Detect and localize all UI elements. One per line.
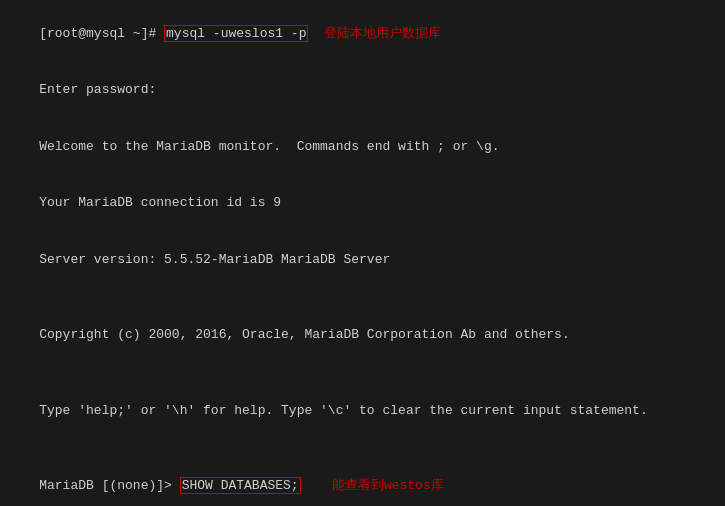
text-9: Type 'help;' or '\h' for help. Type '\c'… [39,403,648,418]
line-2: Enter password: [8,63,717,120]
annotation-1: 登陆本地用户数据库 [324,26,441,41]
annotation-2: 能查看到westos库 [332,478,444,493]
text-3: Welcome to the MariaDB monitor. Commands… [39,139,499,154]
line-blank-3 [8,439,717,458]
line-blank-1 [8,289,717,308]
line-9: Type 'help;' or '\h' for help. Type '\c'… [8,383,717,440]
text-5: Server version: 5.5.52-MariaDB MariaDB S… [39,252,390,267]
db-command-1: SHOW DATABASES; [180,477,301,494]
terminal: [root@mysql ~]# mysql -uweslos1 -p 登陆本地用… [0,0,725,506]
line-1: [root@mysql ~]# mysql -uweslos1 -p 登陆本地用… [8,6,717,63]
db-prompt-1: MariaDB [(none)]> [39,478,179,493]
line-blank-2 [8,364,717,383]
line-3: Welcome to the MariaDB monitor. Commands… [8,119,717,176]
line-11: MariaDB [(none)]> SHOW DATABASES; 能查看到we… [8,458,717,506]
prompt-1: [root@mysql ~]# [39,26,164,41]
line-5: Server version: 5.5.52-MariaDB MariaDB S… [8,232,717,289]
text-4: Your MariaDB connection id is 9 [39,195,281,210]
text-7: Copyright (c) 2000, 2016, Oracle, MariaD… [39,327,570,342]
command-1: mysql -uweslos1 -p [164,25,308,42]
text-2: Enter password: [39,82,156,97]
line-4: Your MariaDB connection id is 9 [8,176,717,233]
line-7: Copyright (c) 2000, 2016, Oracle, MariaD… [8,308,717,365]
